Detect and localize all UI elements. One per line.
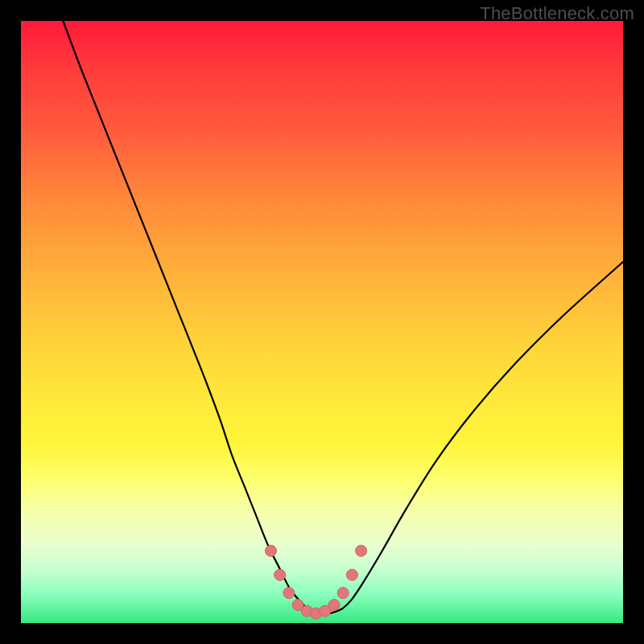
valley-marker <box>275 569 286 580</box>
valley-marker-group <box>265 545 366 619</box>
valley-marker <box>346 569 357 580</box>
chart-svg <box>21 21 623 623</box>
valley-marker <box>328 600 340 611</box>
chart-plot-area <box>21 21 623 623</box>
bottleneck-curve <box>63 21 623 614</box>
chart-frame: TheBottleneck.com <box>0 0 644 644</box>
valley-marker <box>356 545 367 556</box>
valley-marker <box>283 588 295 599</box>
valley-marker <box>265 545 276 556</box>
valley-marker <box>337 588 349 599</box>
